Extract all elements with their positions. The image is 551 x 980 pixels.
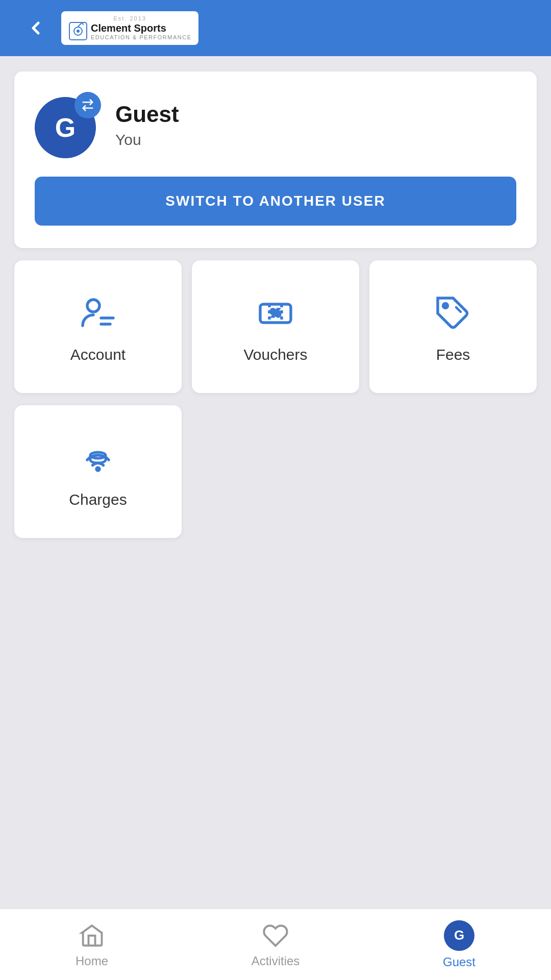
profile-top: G Guest You <box>35 92 516 158</box>
grid-row-2: Charges <box>14 405 537 538</box>
fees-icon <box>433 293 473 334</box>
logo-est: Est. 2013 <box>114 15 146 21</box>
nav-avatar: G <box>444 920 474 951</box>
vouchers-tile[interactable]: % Vouchers <box>192 260 359 393</box>
home-icon <box>78 921 106 950</box>
profile-info: Guest You <box>115 102 179 149</box>
switch-user-badge[interactable] <box>74 92 101 118</box>
svg-line-13 <box>456 307 461 312</box>
back-button[interactable] <box>20 13 51 43</box>
charges-tile[interactable]: Charges <box>14 405 182 538</box>
nav-avatar-letter: G <box>454 927 464 943</box>
profile-name: Guest <box>115 102 179 127</box>
nav-home[interactable]: Home <box>51 921 133 968</box>
activities-icon <box>261 921 290 950</box>
svg-point-12 <box>443 304 448 308</box>
header: Est. 2013 Clement Sports EDUCATION & PER… <box>0 0 551 56</box>
svg-text:%: % <box>271 307 281 318</box>
vouchers-icon: % <box>255 293 296 334</box>
nav-guest-label: Guest <box>443 955 475 969</box>
avatar-letter: G <box>55 112 76 143</box>
logo-sub: EDUCATION & PERFORMANCE <box>91 34 191 40</box>
account-icon <box>78 293 118 334</box>
nav-guest[interactable]: G Guest <box>418 920 500 969</box>
fees-tile[interactable]: Fees <box>369 260 537 393</box>
nav-home-label: Home <box>76 954 108 968</box>
account-label: Account <box>70 346 126 363</box>
logo: Est. 2013 Clement Sports EDUCATION & PER… <box>61 11 198 45</box>
nav-activities-label: Activities <box>252 954 300 968</box>
svg-point-5 <box>87 300 99 312</box>
svg-line-3 <box>78 22 82 27</box>
bottom-nav: Home Activities G Guest <box>0 909 551 980</box>
account-tile[interactable]: Account <box>14 260 182 393</box>
profile-subtitle: You <box>115 131 179 149</box>
charges-icon <box>78 438 118 479</box>
charges-label: Charges <box>69 491 127 508</box>
profile-card: G Guest You SWITCH TO ANOTHER USER <box>14 71 537 248</box>
grid-row-1: Account % Vouchers <box>14 260 537 393</box>
fees-label: Fees <box>436 346 470 363</box>
vouchers-label: Vouchers <box>243 346 307 363</box>
avatar-container: G <box>35 92 101 158</box>
logo-name: Clement Sports <box>91 22 191 34</box>
main-content: G Guest You SWITCH TO ANOTHER USER <box>0 56 551 909</box>
nav-activities[interactable]: Activities <box>235 921 316 968</box>
switch-icon <box>81 98 95 112</box>
logo-target-icon <box>68 21 88 41</box>
svg-point-2 <box>77 30 80 33</box>
switch-to-another-user-button[interactable]: SWITCH TO ANOTHER USER <box>35 177 516 226</box>
